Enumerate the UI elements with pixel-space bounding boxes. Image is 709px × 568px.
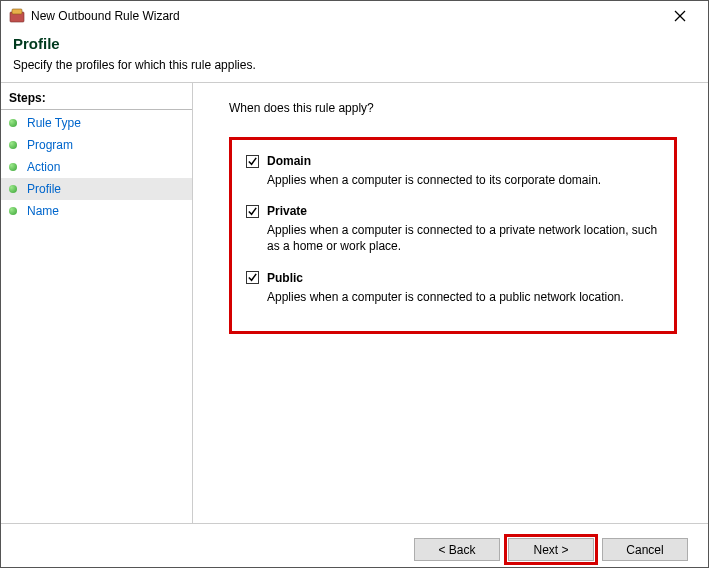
wizard-footer: < Back Next > Cancel [1,523,708,568]
step-bullet-icon [9,163,17,171]
step-action[interactable]: Action [1,156,192,178]
next-button[interactable]: Next > [508,538,594,561]
checkbox-desc: Applies when a computer is connected to … [267,222,660,254]
step-label: Rule Type [27,116,81,130]
titlebar: New Outbound Rule Wizard [1,1,708,31]
step-name[interactable]: Name [1,200,192,222]
step-rule-type[interactable]: Rule Type [1,112,192,134]
app-icon [9,8,25,24]
step-label: Profile [27,182,61,196]
checkbox-domain[interactable] [246,155,259,168]
step-program[interactable]: Program [1,134,192,156]
step-label: Name [27,204,59,218]
profile-public: Public Applies when a computer is connec… [246,271,660,305]
step-profile[interactable]: Profile [1,178,192,200]
steps-title: Steps: [1,89,192,110]
page-title: Profile [13,35,696,52]
profile-domain: Domain Applies when a computer is connec… [246,154,660,188]
close-icon [674,10,686,22]
page-subtitle: Specify the profiles for which this rule… [13,58,696,72]
content-pane: When does this rule apply? Domain Applie… [193,83,708,523]
close-button[interactable] [660,2,700,30]
main-area: Steps: Rule Type Program Action Profile … [1,83,708,523]
check-icon [247,156,258,167]
checkbox-label: Private [267,204,307,218]
back-button[interactable]: < Back [414,538,500,561]
steps-sidebar: Steps: Rule Type Program Action Profile … [1,83,193,523]
wizard-header: Profile Specify the profiles for which t… [1,31,708,82]
check-icon [247,272,258,283]
cancel-button[interactable]: Cancel [602,538,688,561]
content-question: When does this rule apply? [229,101,684,115]
svg-rect-1 [12,9,22,14]
step-bullet-icon [9,141,17,149]
check-icon [247,206,258,217]
checkbox-desc: Applies when a computer is connected to … [267,289,660,305]
profiles-group: Domain Applies when a computer is connec… [229,137,677,334]
checkbox-label: Public [267,271,303,285]
step-bullet-icon [9,185,17,193]
step-label: Program [27,138,73,152]
checkbox-label: Domain [267,154,311,168]
step-label: Action [27,160,60,174]
step-bullet-icon [9,119,17,127]
step-bullet-icon [9,207,17,215]
profile-private: Private Applies when a computer is conne… [246,204,660,254]
checkbox-private[interactable] [246,205,259,218]
checkbox-desc: Applies when a computer is connected to … [267,172,660,188]
checkbox-public[interactable] [246,271,259,284]
window-title: New Outbound Rule Wizard [31,9,660,23]
